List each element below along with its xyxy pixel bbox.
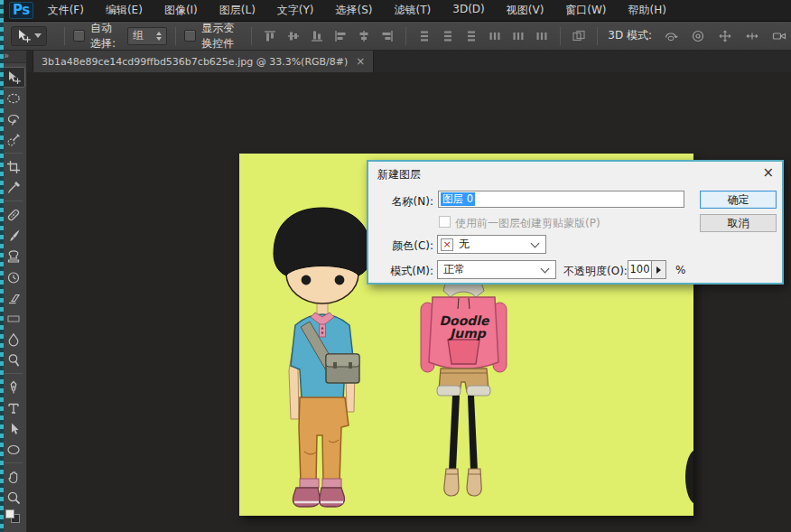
tool-path-selection[interactable]: [2, 418, 25, 439]
tool-crop[interactable]: [2, 156, 25, 177]
ok-button[interactable]: 确定: [700, 191, 777, 209]
3d-roll-button[interactable]: [686, 26, 710, 46]
distribute-vertical-centers-button[interactable]: [438, 26, 458, 46]
name-label: 名称(N):: [368, 194, 433, 210]
show-transform-controls-checkbox[interactable]: [184, 30, 196, 42]
eraser-icon: [6, 291, 21, 305]
distribute-horizontal-centers-button[interactable]: [508, 26, 528, 46]
distribute-right-edges-icon: [535, 29, 549, 43]
align-icon-group: [260, 26, 397, 46]
align-bottom-edges-button[interactable]: [307, 26, 327, 46]
tool-quick-selection[interactable]: [2, 129, 25, 150]
tool-clone-stamp[interactable]: [2, 246, 25, 266]
clone-stamp-icon: [6, 249, 21, 264]
photoshop-window: Ps 文件(F)编辑(E)图像(I)图层(L)文字(Y)选择(S)滤镜(T)3D…: [0, 0, 791, 532]
tool-hand[interactable]: [2, 466, 25, 487]
3d-roll-icon: [691, 29, 705, 43]
color-none-icon: ×: [441, 238, 453, 251]
align-horizontal-centers-button[interactable]: [354, 26, 374, 46]
tool-pen[interactable]: [2, 377, 25, 397]
color-dropdown[interactable]: × 无: [437, 235, 546, 254]
distribute-vertical-centers-icon: [441, 29, 455, 43]
opacity-input[interactable]: 100: [628, 260, 652, 279]
separator: [251, 27, 252, 45]
hoodie-text-line2: Jump: [448, 326, 487, 341]
auto-align-layers-button[interactable]: [569, 26, 589, 46]
menu-滤镜(T)[interactable]: 滤镜(T): [395, 3, 432, 18]
distribute-bottom-edges-icon: [464, 29, 479, 43]
blur-icon: [6, 332, 21, 347]
3d-mode-label: 3D 模式:: [608, 28, 652, 43]
align-left-edges-button[interactable]: [330, 26, 350, 46]
separator: [597, 27, 598, 45]
menu-图层(L)[interactable]: 图层(L): [219, 3, 256, 18]
clipping-mask-checkbox[interactable]: [439, 216, 451, 228]
color-swatches[interactable]: [5, 509, 22, 524]
3d-slide-button[interactable]: [740, 26, 764, 46]
menu-文字(Y)[interactable]: 文字(Y): [277, 3, 314, 18]
auto-select-group-dropdown[interactable]: 组: [127, 27, 167, 45]
close-icon[interactable]: ×: [762, 164, 774, 181]
layer-name-input[interactable]: 图层 0: [438, 191, 684, 208]
cancel-button[interactable]: 取消: [700, 214, 777, 232]
tool-gradient[interactable]: [2, 308, 25, 329]
separator: [5, 153, 23, 154]
tool-history-brush[interactable]: [2, 266, 25, 287]
tool-dodge[interactable]: [2, 350, 25, 370]
menu-图像(I)[interactable]: 图像(I): [164, 3, 198, 18]
move-tool-options-chip[interactable]: [11, 26, 47, 46]
distribute-top-edges-icon: [417, 29, 432, 43]
tool-strip: [2, 63, 25, 508]
foreground-color-swatch[interactable]: [5, 509, 14, 518]
distribute-right-edges-button[interactable]: [532, 26, 552, 46]
path-selection-icon: [6, 422, 21, 436]
quick-selection-icon: [6, 133, 21, 147]
auto-select-checkbox[interactable]: [73, 30, 85, 42]
menu-3D(D)[interactable]: 3D(D): [452, 3, 484, 18]
tool-ellipse-shape[interactable]: [2, 439, 25, 460]
menu-选择(S)[interactable]: 选择(S): [336, 3, 373, 18]
distribute-left-edges-icon: [488, 29, 502, 43]
align-top-edges-button[interactable]: [260, 26, 280, 46]
menu-视图(V)[interactable]: 视图(V): [507, 3, 544, 18]
distribute-bottom-edges-button[interactable]: [461, 26, 481, 46]
tool-brush[interactable]: [2, 225, 25, 246]
tool-lasso[interactable]: [2, 108, 25, 129]
3d-drag-button[interactable]: [713, 26, 737, 46]
tool-zoom[interactable]: [2, 487, 25, 508]
tool-eraser[interactable]: [2, 287, 25, 308]
opacity-slider-button[interactable]: [651, 260, 666, 279]
separator: [5, 462, 23, 463]
menu-文件(F)[interactable]: 文件(F): [48, 3, 84, 18]
chevron-down-icon: [34, 33, 42, 38]
menu-编辑(E)[interactable]: 编辑(E): [106, 3, 143, 18]
type-icon: [6, 401, 21, 415]
blend-mode-dropdown[interactable]: 正常: [437, 260, 556, 279]
pen-icon: [6, 380, 21, 395]
auto-select-label: 自动选择:: [90, 21, 120, 51]
3d-rotate-button[interactable]: [659, 26, 683, 46]
menu-窗口(W)[interactable]: 窗口(W): [565, 3, 606, 18]
tool-type[interactable]: [2, 397, 25, 418]
align-bottom-edges-icon: [310, 29, 324, 43]
tool-eyedropper[interactable]: [2, 177, 25, 198]
align-right-edges-button[interactable]: [377, 26, 397, 46]
align-vertical-centers-button[interactable]: [284, 26, 303, 46]
3d-camera-button[interactable]: [768, 26, 791, 46]
distribute-left-edges-button[interactable]: [485, 26, 505, 46]
tool-blur[interactable]: [2, 329, 25, 350]
new-layer-dialog: 新建图层 × 名称(N): 图层 0 确定 使用前一图层创建剪贴蒙版(P) 取消…: [367, 160, 784, 285]
collapse-panel-icon[interactable]: »: [0, 51, 26, 63]
opacity-unit: %: [675, 264, 685, 276]
3d-mode-icon-group: [659, 26, 791, 46]
distribute-top-edges-button[interactable]: [414, 26, 434, 46]
menu-帮助(H)[interactable]: 帮助(H): [628, 3, 666, 18]
tool-spot-healing-brush[interactable]: [2, 204, 25, 225]
crop-icon: [6, 160, 21, 174]
separator: [5, 373, 23, 374]
tool-marquee[interactable]: [2, 88, 25, 108]
distribute-icon-group: [414, 26, 552, 46]
tool-move[interactable]: [2, 67, 25, 88]
document-tab[interactable]: 3b1a48e89ce14cd99ffbd536b7cb625e.jpg @ 3…: [33, 51, 374, 72]
close-tab-icon[interactable]: ×: [356, 56, 365, 67]
